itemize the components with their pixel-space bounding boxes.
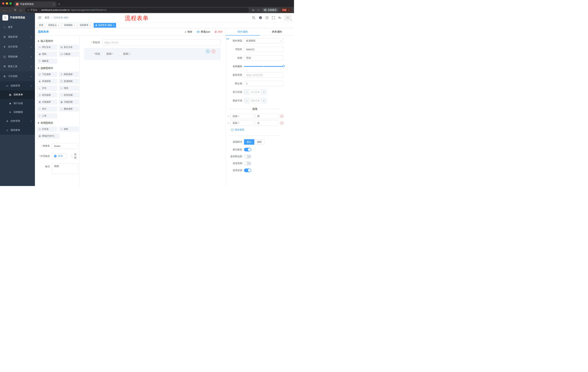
option-label-input[interactable] [230,114,254,119]
tag-close-icon[interactable]: × [113,24,114,27]
tag-close-icon[interactable]: × [74,24,75,27]
show-label-switch[interactable] [244,148,251,151]
palette-item-switch[interactable]: ◐开关 [37,85,57,91]
palette-item-table[interactable]: ▦表格[开发中] [37,133,60,139]
browser-home-button[interactable]: ⌂ [18,8,23,12]
breadcrumb-home[interactable]: 首页 [45,16,50,19]
sidebar-subitem-task-management[interactable]: ⋔ 任务管理 ∨ [0,117,35,126]
save-button[interactable]: ✓ 保存 [184,30,192,33]
remove-option-button[interactable] [280,115,284,118]
palette-item-slider[interactable]: ⊷滑块 [59,85,79,91]
disabled-switch[interactable] [244,162,251,165]
palette-item-password[interactable]: ▣密码 [37,52,57,57]
tab-close-icon[interactable]: × [53,3,55,6]
palette-item-radio-group[interactable]: ◉单选框组 [37,79,57,84]
tab-component-props[interactable]: 组件属性 [226,28,260,35]
tag-process-form-edit[interactable]: 流程表单-编辑 × [94,23,116,28]
border-switch[interactable] [244,155,251,158]
zoom-window-button[interactable] [10,2,12,5]
slider-handle[interactable] [283,65,285,67]
tab-form-props[interactable]: 表单属性 [260,28,294,35]
palette-item-textarea[interactable]: ▤多行文本 [59,45,79,50]
remark-textarea[interactable]: 嘿嘿 [52,163,78,174]
option-value-input[interactable] [255,114,279,119]
palette-item-upload[interactable]: ⇧上传 [37,113,57,118]
new-tab-button[interactable]: + [56,1,62,7]
style-default-button[interactable]: 默认 [244,139,254,145]
palette-item-select[interactable]: ◎下拉选择 [37,72,57,77]
status-radio-off[interactable]: 关闭 [71,153,77,159]
palette-item-time-picker[interactable]: ◷时间选择 [37,93,57,98]
title-input[interactable] [244,55,284,61]
view-json-button[interactable]: 查看json [197,30,210,33]
phone-input[interactable] [102,40,221,46]
tag-home[interactable]: 首页 [37,23,45,28]
reload-button[interactable]: ↻ [13,8,18,12]
copy-widget-button[interactable] [206,49,210,53]
palette-item-single-line-text[interactable]: ▭单行文本 [37,45,57,50]
palette-item-date-range[interactable]: ▩日期范围 [59,99,79,105]
back-button[interactable]: ← [2,8,7,12]
option-value-input[interactable] [255,120,279,126]
required-switch[interactable] [244,169,251,172]
form-name-field[interactable] [52,143,78,149]
remove-option-button[interactable] [280,121,284,125]
canvas-phone-item[interactable]: *手机号 [84,40,221,46]
sidebar-subitem-process-management[interactable]: ≔ 流程管理 ∧ [0,81,35,90]
forward-button[interactable]: → [7,8,12,12]
label-width-input[interactable] [244,72,284,78]
sidebar-item-home[interactable]: ⌂ 首页 [0,22,35,32]
sidebar-subitem-process-model[interactable]: ✈ 流程模型 [0,108,35,117]
option-label-input[interactable] [230,120,254,126]
github-icon[interactable] [259,16,262,20]
drag-handle-icon[interactable] [228,122,229,124]
checkbox-option-1[interactable]: 选项一 [102,52,114,55]
increase-button[interactable]: + [261,98,266,103]
sidebar-item-infrastructure[interactable]: ◫ 基础设施 ∨ [0,52,35,62]
canvas-gender-item-selected[interactable]: *性别 选项一 选项二 [84,48,221,60]
status-radio-on[interactable]: 开启 [52,153,67,159]
tag-process-definition[interactable]: 流程定义 × [46,23,61,28]
palette-item-button[interactable]: ▭按钮 [59,127,79,132]
tag-close-icon[interactable]: × [58,24,59,27]
collapse-sidebar-button[interactable] [37,15,42,20]
component-type-select[interactable]: 多选框组 ∨ [244,38,284,43]
fullscreen-icon[interactable] [272,16,275,20]
form-canvas[interactable]: *手机号 *性别 选项一 选项二 [80,35,226,186]
browser-tab[interactable]: 芋道管理系统 × [14,1,56,7]
palette-item-time-range[interactable]: ◔时间范围 [59,93,79,98]
sidebar-item-workflow[interactable]: ≣ 工作流程 ∧ [0,71,35,81]
sidebar-logo[interactable]: 芋道管理系统 [0,13,35,22]
update-button[interactable]: 更新 ⋮ [281,8,292,12]
palette-item-cascader[interactable]: ⋔级联选择 [59,72,79,77]
sidebar-subitem-leave-query[interactable]: ☺ 请假查询 [0,126,35,135]
address-bar[interactable]: ⚠ 不安全 dashboard.yudao.iocoder.cn/bpm/man… [25,8,249,12]
key-icon[interactable] [252,8,255,12]
form-grid-slider[interactable] [244,64,284,69]
max-select-value[interactable]: 最多可选 [249,98,261,103]
close-window-button[interactable] [2,2,4,5]
field-name-input[interactable] [244,47,284,52]
add-option-button[interactable]: + 添加选项 [231,128,294,131]
sidebar-item-payment[interactable]: ¥ 支付管理 ∨ [0,42,35,52]
decrease-button[interactable]: − [244,98,249,103]
delete-widget-button[interactable] [211,49,215,53]
tag-process-form[interactable]: 流程表单 × [78,23,93,28]
default-value-input[interactable] [244,81,284,86]
checkbox-option-2[interactable]: 选项二 [119,52,131,55]
sidebar-item-devtools[interactable]: ⚒ 研发工具 ∨ [0,62,35,71]
palette-item-color-picker[interactable]: ◑颜色选择 [59,106,79,112]
sidebar-subitem-process-form[interactable]: ▤ 流程表单 [0,90,35,99]
increase-button[interactable]: + [261,90,266,95]
browser-menu-icon[interactable]: ⋮ [288,9,290,11]
style-button-button[interactable]: 按钮 [254,139,264,145]
bookmark-star-icon[interactable]: ☆ [257,8,260,12]
help-icon[interactable]: ? [265,16,269,19]
minimize-window-button[interactable] [6,2,8,5]
decrease-button[interactable]: − [244,90,249,95]
min-select-value[interactable]: 至少应选 [249,90,261,95]
tag-process-model[interactable]: 流程模型 × [62,23,77,28]
header-avatar[interactable]: ▾ [284,15,292,21]
tag-close-icon[interactable]: × [90,24,91,27]
palette-item-editor[interactable]: ✎编辑器 [37,58,57,64]
